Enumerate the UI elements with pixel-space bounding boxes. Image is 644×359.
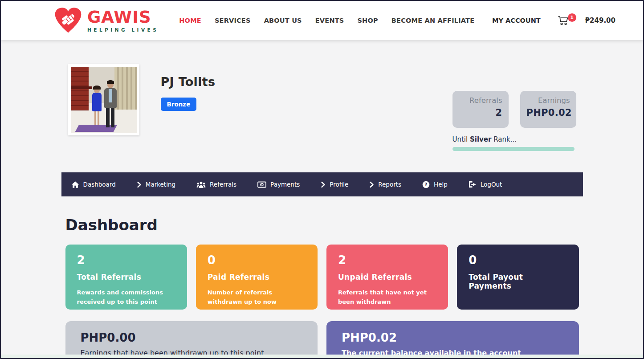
earnings-mini-card: Earnings PHP0.02: [520, 91, 576, 128]
menu-item-marketing[interactable]: Marketing: [137, 181, 175, 188]
svg-text:?: ?: [425, 182, 428, 187]
unpaid-referrals-title: Unpaid Referrals: [338, 273, 436, 281]
chevron-right-icon: [321, 181, 326, 188]
current-balance-card: PHP0.02 The current balance available in…: [326, 321, 579, 359]
stat-cards: 2 Total Referrals Rewards and commission…: [61, 245, 583, 310]
chevron-right-icon: [369, 181, 374, 188]
paid-referrals-card: 0 Paid Referrals Number of referrals wit…: [196, 245, 318, 310]
unpaid-referrals-card: 2 Unpaid Referrals Referrals that have n…: [326, 245, 448, 310]
total-payout-value: 0: [469, 253, 567, 267]
money-bill-icon: [257, 181, 266, 188]
nav-services[interactable]: SERVICES: [215, 17, 251, 24]
withdrawn-earnings-value: PHP0.00: [81, 331, 303, 344]
site-header: GAWIS HELPING LIVES HOME SERVICES ABOUT …: [1, 1, 643, 40]
logo[interactable]: GAWIS HELPING LIVES: [53, 7, 159, 34]
footer-strip: [1, 355, 643, 358]
rank-progress-label: Until Silver Rank...: [452, 135, 576, 143]
total-payout-title: Total Payout Payments: [469, 273, 567, 290]
home-icon: [71, 181, 79, 188]
menu-item-logout[interactable]: LogOut: [469, 181, 502, 188]
menu-item-dashboard[interactable]: Dashboard: [71, 181, 116, 188]
referrals-mini-card: Referrals 2: [452, 91, 509, 128]
rank-progress-fill: [452, 147, 575, 151]
dashboard-menu-bar: Dashboard Marketing Referrals: [61, 172, 583, 196]
menu-item-help[interactable]: ? Help: [422, 181, 448, 188]
menu-item-profile[interactable]: Profile: [321, 181, 348, 188]
unpaid-referrals-desc: Referrals that have not yet been withdra…: [338, 288, 436, 307]
current-balance-value: PHP0.02: [342, 331, 564, 344]
total-referrals-card: 2 Total Referrals Rewards and commission…: [65, 245, 187, 310]
page-title: Dashboard: [61, 216, 583, 234]
rank-progress-bar: [452, 147, 575, 151]
nav-become-affiliate[interactable]: BECOME AN AFFILIATE: [391, 17, 474, 24]
total-referrals-desc: Rewards and commissions received up to t…: [77, 288, 175, 307]
profile-info: PJ Tolits Bronze: [161, 64, 216, 111]
nav-shop[interactable]: SHOP: [357, 17, 378, 24]
paid-referrals-title: Paid Referrals: [208, 273, 306, 281]
total-referrals-title: Total Referrals: [77, 273, 175, 281]
users-icon: [196, 181, 206, 188]
total-referrals-value: 2: [77, 253, 175, 267]
menu-item-payments[interactable]: Payments: [257, 181, 300, 188]
cart-total: ₱249.00: [585, 16, 615, 24]
header-right: MY ACCOUNT 1 ₱249.00: [492, 15, 615, 26]
earnings-label: Earnings: [526, 96, 570, 105]
chevron-right-icon: [137, 181, 142, 188]
profile-photo: [68, 64, 139, 135]
nav-home[interactable]: HOME: [179, 17, 201, 24]
withdrawn-earnings-card: PHP0.00 Earnings that have been withdraw…: [65, 321, 318, 359]
paid-referrals-desc: Number of referrals withdrawn up to now: [208, 288, 306, 307]
main-nav: HOME SERVICES ABOUT US EVENTS SHOP BECOM…: [179, 17, 474, 24]
question-circle-icon: ?: [422, 181, 430, 188]
referrals-label: Referrals: [459, 96, 502, 105]
unpaid-referrals-value: 2: [338, 253, 436, 267]
logo-subtitle: HELPING LIVES: [87, 28, 159, 33]
cart-count-badge: 1: [568, 13, 576, 22]
profile-name: PJ Tolits: [161, 75, 216, 89]
profile-section: PJ Tolits Bronze Referrals 2 Earnings PH…: [61, 64, 583, 151]
nav-events[interactable]: EVENTS: [315, 17, 344, 24]
summary-cards: PHP0.00 Earnings that have been withdraw…: [61, 321, 583, 359]
heart-handshake-icon: [53, 7, 83, 34]
logo-text: GAWIS HELPING LIVES: [87, 9, 159, 33]
cart-icon: [558, 15, 569, 26]
cart-button[interactable]: 1: [558, 15, 569, 26]
menu-item-reports[interactable]: Reports: [369, 181, 401, 188]
rank-badge[interactable]: Bronze: [161, 98, 197, 111]
menu-item-referrals[interactable]: Referrals: [196, 181, 236, 188]
logout-icon: [469, 181, 477, 188]
profile-photo-image: [71, 67, 137, 133]
profile-stats: Referrals 2 Earnings PHP0.02 Until Silve…: [452, 64, 576, 151]
page: GAWIS HELPING LIVES HOME SERVICES ABOUT …: [0, 0, 644, 359]
earnings-value: PHP0.02: [526, 107, 570, 118]
nav-about-us[interactable]: ABOUT US: [264, 17, 302, 24]
main-container: PJ Tolits Bronze Referrals 2 Earnings PH…: [61, 64, 583, 359]
paid-referrals-value: 0: [208, 253, 306, 267]
referrals-value: 2: [459, 107, 502, 118]
my-account-link[interactable]: MY ACCOUNT: [492, 17, 541, 24]
total-payout-card: 0 Total Payout Payments: [457, 245, 579, 310]
logo-title: GAWIS: [87, 9, 159, 25]
